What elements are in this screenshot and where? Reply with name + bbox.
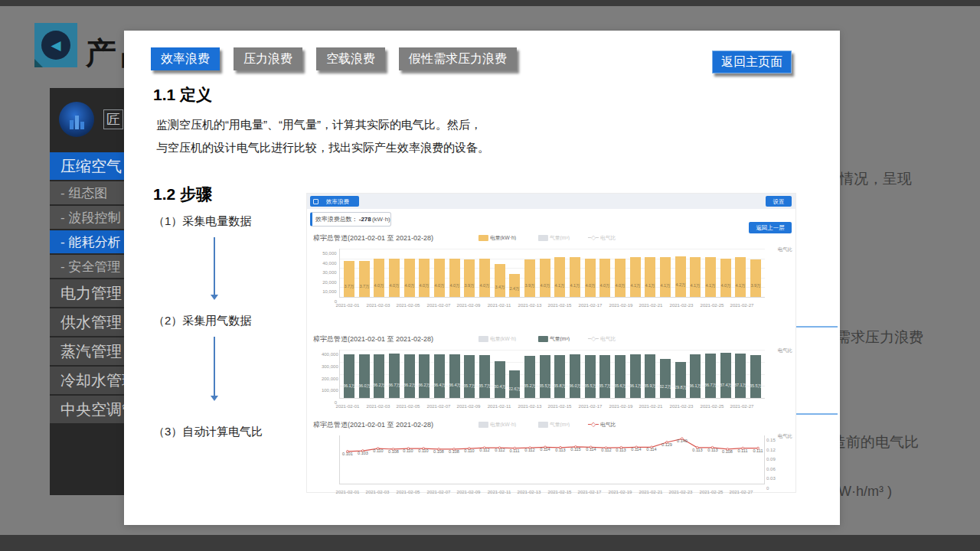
legend-item[interactable]: ◇电气比	[588, 419, 626, 430]
bar: 4.0万	[374, 259, 384, 297]
legend-item[interactable]: 气量(m³)	[538, 333, 582, 344]
bar: 36.0万	[570, 354, 580, 398]
plot-area: 50,00040,00030,00020,00010,00003.7万3.7万4…	[339, 249, 765, 298]
chart-legend: 电量(kW·h)气量(m³)◇电气比	[479, 333, 626, 344]
waste-type-tabs: 效率浪费压力浪费空载浪费假性需求压力浪费	[151, 47, 517, 70]
tab[interactable]: 假性需求压力浪费	[399, 47, 517, 70]
bar: 4.0万	[599, 259, 610, 297]
definition-line-1: 监测空压机的“用电量”、“用气量”，计算其实际的电气比。然后，	[156, 113, 489, 136]
tab[interactable]: 空载浪费	[316, 47, 385, 70]
bar: 4.0万	[434, 259, 445, 297]
bar: 36.7万	[389, 354, 400, 398]
chart-legend: 电量(kW·h)气量(m³)◇电气比	[479, 232, 626, 243]
step-2: （2）采集用气数据	[153, 314, 251, 328]
bar: 4.0万	[404, 259, 415, 297]
background-text-2: 需求压力浪费	[836, 328, 923, 347]
legend-line-icon: ◇	[588, 424, 599, 425]
bar: 35.5万	[585, 355, 596, 398]
down-arrow-icon	[214, 337, 215, 399]
ratio-line-chart: 樟宇总管道(2021-02-01 至 2021-02-28)电量(kW·h)气量…	[307, 416, 797, 484]
bar: 4.0万	[720, 259, 731, 297]
bar: 35.6万	[615, 355, 626, 398]
legend-item[interactable]: ◇电气比	[588, 232, 626, 243]
bar: 4.0万	[449, 259, 460, 297]
legend-swatch-icon	[538, 235, 548, 241]
bar: 3.7万	[344, 261, 354, 297]
legend-swatch-icon	[479, 422, 488, 428]
module-button[interactable]: 效率浪费	[310, 196, 359, 207]
settings-button[interactable]: 设置	[766, 196, 792, 207]
bar: 4.1万	[554, 257, 565, 297]
bar: 35.9万	[645, 354, 655, 398]
detail-panel: 效率浪费压力浪费空载浪费假性需求压力浪费 返回主页面 1.1 定义 监测空压机的…	[124, 31, 840, 525]
gas-bar-chart: 樟宇总管道(2021-02-01 至 2021-02-28)电量(kW·h)气量…	[307, 330, 797, 399]
bar: 37.4万	[720, 353, 731, 398]
right-axis-label: 电气比	[767, 241, 792, 255]
plot-area: 400,000300,000200,000100,000036.1万36.0万3…	[339, 350, 765, 399]
background-text-4: kW·h/m³ )	[831, 484, 892, 500]
tab[interactable]: 压力浪费	[234, 47, 302, 70]
company-logo-icon	[59, 102, 94, 137]
chart-icon	[313, 199, 318, 204]
bar: 4.0万	[479, 259, 490, 297]
bar: 3.9万	[464, 259, 475, 297]
bar: 36.7万	[705, 354, 716, 398]
slide-bottom-border	[0, 535, 980, 551]
bar: 4.0万	[615, 259, 626, 297]
legend-item[interactable]: 电量(kW·h)	[479, 333, 532, 344]
bar: 36.0万	[359, 354, 370, 398]
definition-line-2: 与空压机的设计电气比进行比较，找出实际产生效率浪费的设备。	[156, 136, 489, 159]
legend-line-icon: ◇	[588, 237, 599, 238]
plot-area: 0.150.120.090.060.0300.1010.1030.1100.10…	[339, 435, 765, 484]
bar: 35.5万	[540, 355, 550, 398]
bar: 4.1万	[630, 257, 641, 297]
bar: 4.0万	[585, 259, 596, 297]
down-arrow-icon	[214, 237, 215, 298]
back-app-icon[interactable]: ◀	[34, 23, 77, 67]
bar: 35.5万	[750, 355, 761, 398]
blue-divider-dash	[793, 413, 838, 415]
legend-swatch-icon	[538, 422, 548, 428]
waste-total-label: 效率浪费总数：	[315, 215, 358, 223]
legend-swatch-icon	[538, 336, 548, 342]
right-axis-label: 电气比	[767, 342, 792, 356]
waste-total-value: -278	[359, 216, 371, 223]
bar: 4.0万	[389, 259, 400, 297]
chart-title: 樟宇总管道(2021-02-01 至 2021-02-28)	[313, 417, 473, 432]
bar: 36.1万	[344, 354, 354, 398]
legend-swatch-icon	[479, 336, 488, 342]
legend-line-icon: ◇	[588, 338, 599, 339]
legend-item[interactable]: ◇电气比	[588, 333, 626, 344]
background-text-1: 情况，呈现	[839, 169, 912, 189]
waste-total-badge: 效率浪费总数： -278 (kW·h)	[310, 212, 391, 227]
bar: 35.7万	[599, 355, 610, 398]
legend-swatch-icon	[479, 235, 488, 241]
bar: 36.1万	[690, 354, 701, 398]
tab[interactable]: 效率浪费	[151, 47, 220, 70]
bar: 32.2万	[660, 359, 671, 398]
return-main-button[interactable]: 返回主页面	[712, 51, 792, 73]
bar: 35.2万	[524, 356, 535, 398]
bar: 35.7万	[464, 355, 475, 398]
chart-title: 樟宇总管道(2021-02-01 至 2021-02-28)	[313, 230, 473, 245]
slide-top-border	[0, 0, 980, 6]
legend-item[interactable]: 电量(kW·h)	[479, 232, 532, 243]
bar: 36.2万	[374, 354, 384, 398]
bar: 4.1万	[705, 257, 716, 297]
electricity-bar-chart: 樟宇总管道(2021-02-01 至 2021-02-28)电量(kW·h)气量…	[307, 229, 797, 298]
logo-text: 匠	[103, 109, 123, 129]
dashboard-topbar	[307, 194, 795, 209]
bar: 4.1万	[660, 257, 671, 297]
bar: 36.4万	[449, 354, 460, 398]
waste-total-unit: (kW·h)	[372, 216, 390, 223]
bar: 37.1万	[735, 354, 746, 398]
dashboard-screenshot: 效率浪费 设置 效率浪费总数： -278 (kW·h) 返回上一层 樟宇总管道(…	[306, 193, 796, 493]
bar: 2.4万	[509, 274, 520, 297]
legend-item[interactable]: 气量(m³)	[538, 419, 582, 430]
step-1: （1）采集电量数据	[153, 214, 251, 229]
legend-item[interactable]: 电量(kW·h)	[479, 419, 532, 430]
definition-heading: 1.1 定义	[153, 84, 212, 106]
chart-legend: 电量(kW·h)气量(m³)◇电气比	[479, 419, 626, 430]
legend-item[interactable]: 气量(m³)	[538, 232, 582, 243]
bar: 4.0万	[540, 259, 550, 297]
